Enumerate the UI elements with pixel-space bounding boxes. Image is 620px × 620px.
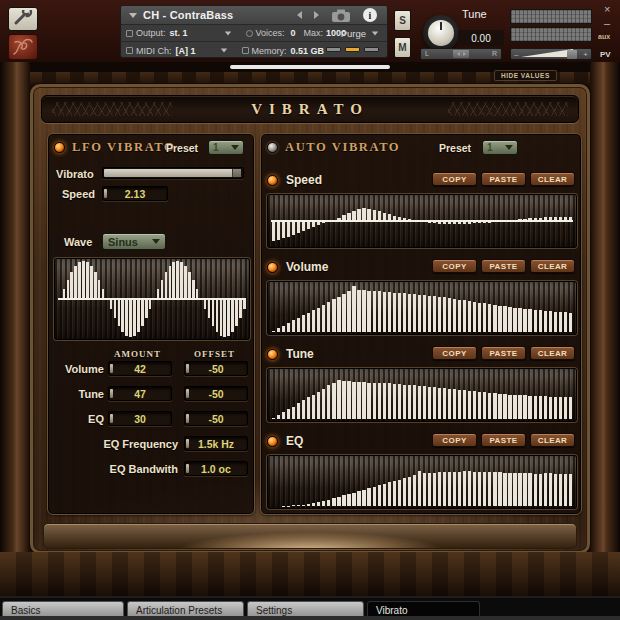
hide-values-button[interactable]: HIDE VALUES [494,70,557,81]
eq-frequency-label: EQ Frequency [48,438,178,450]
volume-clear-button[interactable]: CLEAR [530,259,575,273]
brand-logo [8,34,38,60]
auto-vibrato-title: AUTO VIBRATO [285,140,400,155]
speed-copy-button[interactable]: COPY [432,172,477,186]
vibrato-slider[interactable] [102,167,244,179]
mute-button[interactable]: M [394,37,411,58]
eq-bandwith-field[interactable]: 1.0 oc [184,461,248,476]
output-value[interactable]: st. 1 [170,28,188,38]
eq-bandwith-label: EQ Bandwith [48,463,178,475]
purge-label: Purge [341,28,366,39]
midi-icon [126,47,133,54]
eq-frequency-field[interactable]: 1.5k Hz [184,436,248,451]
auto-preset-label: Preset [439,142,471,154]
rack-scrollbar[interactable] [230,65,390,69]
auto-speed-led[interactable] [267,175,278,186]
volume-envelope-graph[interactable] [267,281,577,335]
pan-right-label: R [492,50,497,57]
lfo-vibrato-led[interactable] [54,142,65,153]
tune-amount-field[interactable]: 47 [108,386,172,401]
vibrato-slider-handle[interactable] [232,169,241,177]
purge-status-lights [326,47,379,52]
tune-paste-button[interactable]: PASTE [481,346,526,360]
volume-minus-label: – [514,50,518,59]
instrument-performance-view: VIBRATO LFO VIBRATO Preset 1 Vibrato Spe… [30,84,590,554]
eq-amount-field[interactable]: 30 [108,411,172,426]
close-icon[interactable]: × [604,4,610,14]
page-title-bar: VIBRATO [41,95,579,123]
volume-copy-button[interactable]: COPY [432,259,477,273]
solo-button[interactable]: S [394,10,411,31]
amount-column-header: AMOUNT [114,349,161,359]
volume-amount-field[interactable]: 42 [108,361,172,376]
instrument-title: CH - ContraBass [143,9,233,21]
volume-offset-field[interactable]: -50 [184,361,248,376]
output-label: Output: [136,28,166,38]
auto-preset-dropdown[interactable]: 1 [482,140,518,155]
tune-value[interactable]: 0.00 [458,30,504,46]
volume-slider[interactable]: – + [510,48,592,60]
purge-light-3 [364,47,379,52]
instrument-header-panel: CH - ContraBass i Output: st. 1 Voices: … [120,5,388,58]
instrument-minimize-arrow[interactable] [129,13,137,18]
prev-instrument-arrow[interactable] [297,11,302,19]
volume-handle[interactable] [567,50,577,59]
pv-label[interactable]: PV [600,50,611,59]
tune-label: Tune [462,8,487,20]
max-label: Max: [304,28,324,38]
wave-dropdown[interactable]: Sinus [102,233,166,250]
next-instrument-arrow[interactable] [314,11,319,19]
auto-eq-led[interactable] [267,436,278,447]
purge-light-1 [326,47,341,52]
carved-wood-pillar-right [590,62,620,552]
auto-speed-label: Speed [286,173,322,187]
wave-label: Wave [64,236,92,248]
voices-value: 0 [291,28,296,38]
wrench-icon [13,10,33,29]
volume-paste-button[interactable]: PASTE [481,259,526,273]
eq-offset-field[interactable]: -50 [184,411,248,426]
midi-channel-label: MIDI Ch: [136,46,172,56]
eq-clear-button[interactable]: CLEAR [530,433,575,447]
speed-paste-button[interactable]: PASTE [481,172,526,186]
aux-label[interactable]: aux [598,33,610,40]
lfo-vibrato-panel: LFO VIBRATO Preset 1 Vibrato Speed 2.13 … [47,133,255,515]
lfo-preset-label: Preset [166,142,198,154]
auto-volume-led[interactable] [267,262,278,273]
tune-offset-field[interactable]: -50 [184,386,248,401]
auto-vibrato-led[interactable] [267,142,278,153]
eq-paste-button[interactable]: PASTE [481,433,526,447]
lfo-speed-field[interactable]: 2.13 [102,186,168,201]
page-title: VIBRATO [251,101,369,118]
volume-plus-label: + [583,50,588,59]
output-icon [126,30,133,37]
level-meter-left [510,9,592,24]
info-icon[interactable]: i [363,8,377,22]
pan-handle[interactable] [453,50,469,58]
purge-menu[interactable]: Purge [341,28,379,39]
speed-envelope-graph[interactable] [267,194,577,248]
auto-tune-header: Tune COPY PASTE CLEAR [267,344,575,364]
wrench-edit-button[interactable] [8,7,38,31]
eq-envelope-graph[interactable] [267,455,577,509]
tune-knob[interactable] [423,15,459,51]
vibrato-label: Vibrato [56,168,94,180]
lfo-preset-dropdown[interactable]: 1 [208,140,244,155]
tune-clear-button[interactable]: CLEAR [530,346,575,360]
midi-dropdown-arrow[interactable] [220,49,226,53]
level-meter-right [510,27,592,42]
memory-icon [242,47,249,54]
minimize-icon[interactable]: – [604,18,610,28]
pan-slider[interactable]: L R [420,48,502,60]
voices-label: Voices: [256,28,285,38]
output-dropdown-arrow[interactable] [224,31,230,35]
auto-tune-led[interactable] [267,349,278,360]
volume-row-label: Volume [48,363,104,375]
midi-channel-value[interactable]: [A] 1 [176,46,196,56]
tune-envelope-graph[interactable] [267,368,577,422]
eq-copy-button[interactable]: COPY [432,433,477,447]
auto-speed-header: Speed COPY PASTE CLEAR [267,170,575,190]
purge-light-2 [345,47,360,52]
speed-clear-button[interactable]: CLEAR [530,172,575,186]
tune-copy-button[interactable]: COPY [432,346,477,360]
